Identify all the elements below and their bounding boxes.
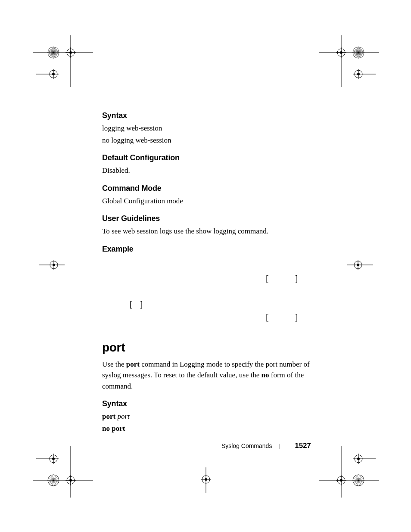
heading-command-mode: Command Mode (102, 184, 322, 193)
text: Use the (102, 360, 126, 368)
heading-syntax: Syntax (102, 111, 322, 120)
command-mode-body: Global Configuration mode (102, 196, 322, 207)
user-guidelines-body: To see web session logs use the show log… (102, 226, 322, 237)
command-title: port (102, 341, 322, 355)
heading-syntax: Syntax (102, 399, 322, 408)
syntax-negation: no port (102, 423, 322, 434)
page-number: 1527 (295, 442, 311, 450)
bracket-placeholder: [ ] (266, 274, 310, 283)
syntax-line: no logging web-session (102, 135, 322, 146)
default-config-body: Disabled. (102, 165, 322, 176)
content-column: Syntax logging web-session no logging we… (102, 111, 322, 435)
syntax-keyword: port (102, 412, 115, 420)
page-footer: Syslog Commands 1527 (0, 442, 411, 450)
register-mark-icon (39, 258, 65, 271)
bracket-placeholder: [ ] (266, 312, 310, 322)
page: Syntax logging web-session no logging we… (0, 0, 411, 532)
crop-mark-cluster (319, 446, 379, 498)
syntax-usage: port port (102, 411, 322, 422)
crop-mark-cluster (33, 446, 93, 498)
example-output: [ ] [ ] [ ] (102, 256, 322, 325)
text-bold: port (126, 360, 140, 368)
register-mark-icon (347, 258, 373, 271)
heading-default-config: Default Configuration (102, 153, 322, 162)
crop-mark-cluster (33, 35, 93, 87)
footer-section-name: Syslog Commands (221, 442, 272, 449)
command-description: Use the port command in Logging mode to … (102, 359, 322, 392)
syntax-line: logging web-session (102, 123, 322, 134)
crop-mark-cluster (319, 35, 379, 87)
heading-example: Example (102, 245, 322, 254)
text-bold: no (262, 371, 269, 379)
syntax-argument: port (117, 412, 129, 420)
footer-separator-icon (280, 444, 280, 449)
bracket-placeholder: [ ] (130, 299, 145, 309)
heading-user-guidelines: User Guidelines (102, 214, 322, 223)
register-mark-icon (197, 467, 215, 493)
